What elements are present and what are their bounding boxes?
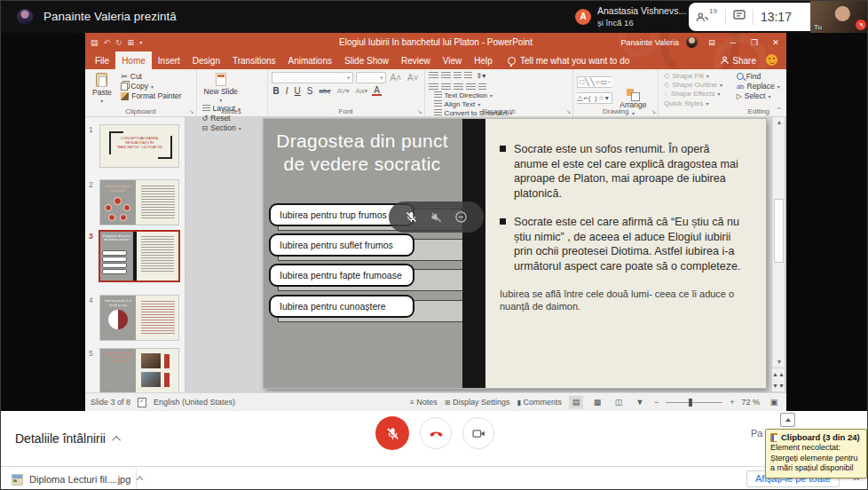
download-item[interactable]: Diploma Lecturi fil....jpg (12, 471, 143, 487)
hang-up-button[interactable] (420, 417, 452, 449)
fit-to-window-icon[interactable]: ▣ (767, 396, 781, 409)
justify-icon[interactable] (466, 83, 476, 91)
minimize-overlay-icon[interactable] (454, 210, 468, 224)
chevron-up-icon[interactable] (137, 476, 144, 483)
main-slide[interactable]: Dragostea din punct de vedere socratic I… (264, 119, 766, 388)
minimize-icon[interactable]: ─ (726, 38, 740, 47)
self-video-tile[interactable]: Tu (810, 1, 868, 33)
text-direction-button[interactable]: Text Direction▾ (434, 91, 513, 99)
zoom-slider-thumb[interactable] (689, 399, 692, 407)
slide-thumbnail-3-selected[interactable]: Dragostea din punct de vedere socratic (100, 232, 178, 281)
tab-file[interactable]: File (89, 51, 115, 69)
paste-button[interactable]: Paste▾ (89, 72, 115, 105)
font-color-icon[interactable]: A (372, 86, 382, 96)
save-icon[interactable]: ▤ (91, 38, 99, 47)
participants-button[interactable]: 19 (696, 11, 718, 23)
tab-insert[interactable]: Insert (152, 51, 186, 69)
slide-thumbnail-2[interactable]: Iubirea nemuririi sufletului (100, 180, 178, 225)
decrease-indent-icon[interactable] (454, 72, 462, 80)
italic-button[interactable]: I (284, 86, 290, 96)
tab-view[interactable]: View (437, 51, 469, 69)
line-spacing-icon[interactable]: ⇕▾ (475, 72, 488, 80)
bullets-icon[interactable] (429, 72, 438, 80)
tab-help[interactable]: Help (468, 51, 499, 69)
slideshow-view-icon[interactable]: ▼ (633, 396, 647, 409)
zoom-in-icon[interactable]: + (730, 398, 734, 407)
slide-scrollbar[interactable]: ▲ ▼ (772, 117, 785, 368)
redo-icon[interactable]: ↻ (115, 38, 122, 47)
select-button[interactable]: ▷Select▾ (737, 91, 780, 100)
ribbon-display-options-icon[interactable]: ⊟ (705, 38, 719, 47)
clipboard-dialog-launcher[interactable]: ↘ (189, 108, 194, 115)
next-slide-button[interactable]: ▼▼ (772, 380, 785, 391)
shapes-gallery[interactable]: □╲╲○▭◦△⌐( )☆▾ (577, 76, 612, 104)
slide-list-item[interactable]: Iubirea pentru fapte frumoase (264, 264, 462, 292)
slide-body-text[interactable]: Socrate este un sofos renumit. În operă … (500, 142, 741, 312)
account-avatar[interactable] (686, 36, 698, 48)
slide-thumbnail-5[interactable]: Probleme sexualității în conceptul de iu… (100, 349, 178, 392)
tab-slideshow[interactable]: Slide Show (338, 51, 395, 69)
chat-button[interactable] (733, 9, 746, 25)
tab-animations[interactable]: Animations (282, 51, 338, 69)
collapse-ribbon-icon[interactable]: ⌃ (776, 107, 782, 115)
tab-design[interactable]: Design (186, 51, 226, 69)
font-dialog-launcher[interactable]: ↘ (417, 108, 422, 115)
align-left-icon[interactable] (429, 83, 438, 91)
strikethrough-button[interactable]: abc (318, 87, 333, 95)
slide-sorter-view-icon[interactable]: ▦ (590, 396, 604, 409)
scrollbar-thumb[interactable] (774, 199, 784, 263)
qat-customize-icon[interactable]: ▾ (139, 39, 142, 45)
scroll-down-icon[interactable]: ▼ (773, 357, 785, 368)
language-label[interactable]: English (United States) (154, 398, 235, 407)
section-button[interactable]: ⊟Section▾ (202, 123, 241, 132)
numbering-icon[interactable] (441, 72, 451, 80)
comments-button[interactable]: ▮ Comments (517, 398, 562, 407)
character-spacing-icon[interactable]: AV▾ (335, 87, 351, 95)
reading-view-icon[interactable]: ◫ (612, 396, 626, 409)
replace-button[interactable]: abReplace▾ (737, 82, 780, 91)
copy-button[interactable]: Copy▾ (121, 82, 181, 91)
restore-icon[interactable]: ❐ (747, 38, 761, 47)
bold-button[interactable]: B (272, 86, 281, 96)
undo-icon[interactable]: ↶ (104, 38, 111, 47)
drawing-dialog-launcher[interactable]: ↘ (651, 108, 656, 115)
shape-effects-button[interactable]: ◌Shape Effects▾ (664, 90, 722, 98)
normal-view-icon[interactable]: ▤ (569, 396, 583, 409)
camera-button[interactable] (462, 417, 494, 449)
meeting-details-button[interactable]: Detaliile întâlnirii (15, 423, 121, 454)
smiley-icon[interactable] (766, 54, 777, 66)
scroll-up-icon[interactable]: ▲ (773, 117, 785, 128)
clipboard-collect-button[interactable] (780, 413, 795, 427)
paragraph-dialog-launcher[interactable]: ↘ (565, 108, 571, 115)
slide-thumbnail-1[interactable]: CONCEPTUALIZAREA SEXUALITĂȚII ÎN “BANCHE… (100, 125, 178, 167)
tab-transitions[interactable]: Transitions (226, 51, 282, 69)
font-size-dropdown[interactable]: ▾ (356, 72, 386, 83)
underline-button[interactable]: U (293, 86, 303, 96)
tab-home[interactable]: Home (115, 51, 152, 69)
start-slideshow-icon[interactable]: ⊞ (128, 38, 135, 47)
new-slide-button[interactable]: New Slide▾ (201, 72, 241, 104)
slide-list-item[interactable]: Iubirea pentru cunoaștere (264, 295, 462, 323)
previous-slide-button[interactable]: ▲▲ (772, 368, 785, 380)
format-painter-button[interactable]: Format Painter (121, 91, 181, 100)
increase-indent-icon[interactable] (464, 72, 472, 80)
speaker-off-icon[interactable] (430, 210, 443, 224)
columns-icon[interactable] (478, 83, 486, 91)
slide-title[interactable]: Dragostea din punct de vedere socratic (267, 130, 457, 177)
mic-off-icon[interactable] (405, 210, 418, 224)
mute-microphone-button[interactable] (375, 416, 409, 450)
spellcheck-icon[interactable] (138, 398, 146, 407)
display-settings-button[interactable]: ⊞ Display Settings (445, 398, 510, 407)
font-name-dropdown[interactable]: ▾ (272, 72, 353, 83)
align-center-icon[interactable] (441, 83, 451, 91)
grow-font-icon[interactable]: A˄ (389, 73, 404, 83)
cut-button[interactable]: ✂Cut (121, 72, 181, 81)
zoom-slider[interactable] (666, 402, 722, 403)
slide-list-item[interactable]: Iubirea pentru suflet frumos (264, 233, 462, 262)
notes-button[interactable]: ≡ Notes (410, 398, 438, 407)
slide-thumbnail-4[interactable]: Iubirea poate fi și bună și rea (100, 296, 178, 340)
find-button[interactable]: Find (737, 72, 780, 81)
close-icon[interactable]: ✕ (769, 38, 783, 47)
tab-review[interactable]: Review (395, 51, 437, 69)
shadow-button[interactable]: S (305, 86, 315, 96)
